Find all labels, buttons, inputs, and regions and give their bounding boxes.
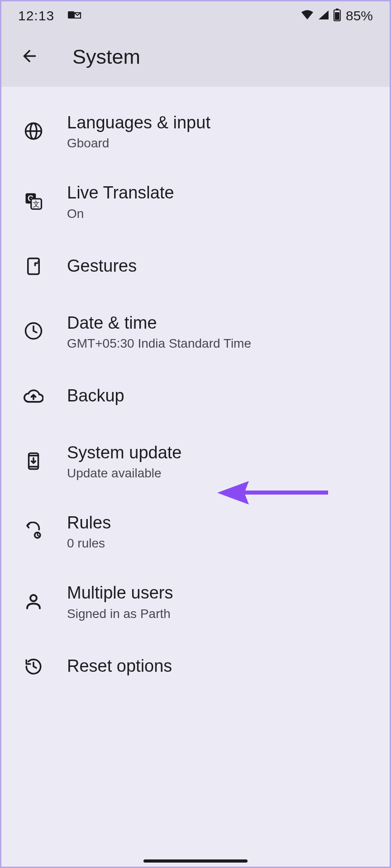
item-subtitle: GMT+05:30 India Standard Time [67,336,373,351]
battery-icon [333,9,341,23]
item-content: Live Translate On [67,181,373,221]
back-button[interactable] [18,46,41,68]
item-content: Date & time GMT+05:30 India Standard Tim… [67,311,373,351]
history-icon [23,656,44,677]
status-left: 12:13 [18,8,81,24]
svg-point-18 [30,595,37,601]
svg-text:文: 文 [33,200,40,208]
gestures-icon [23,255,44,277]
status-time: 12:13 [18,8,54,24]
item-title: Rules [67,511,373,534]
nav-indicator[interactable] [143,859,248,863]
item-content: Reset options [67,655,373,678]
item-content: System update Update available [67,441,373,481]
app-bar: System [0,32,391,87]
item-content: Backup [67,384,373,407]
item-content: Gestures [67,255,373,278]
rules-icon [23,520,44,542]
signal-icon [318,9,329,22]
outlook-icon [68,9,81,22]
arrow-back-icon [20,47,39,67]
status-right: 85% [300,8,373,24]
status-bar: 12:13 85% [0,0,391,32]
item-subtitle: Gboard [67,136,373,151]
item-content: Rules 0 rules [67,511,373,551]
item-subtitle: Signed in as Parth [67,607,373,621]
settings-item-gestures[interactable]: Gestures [0,236,391,296]
wifi-icon [300,9,314,22]
item-subtitle: Update available [67,466,373,481]
svg-rect-0 [68,11,74,19]
item-title: Reset options [67,655,373,678]
svg-point-12 [38,260,39,262]
globe-icon [23,120,44,142]
item-title: Multiple users [67,581,373,604]
settings-item-reset-options[interactable]: Reset options [0,637,391,696]
item-subtitle: 0 rules [67,536,373,551]
item-title: Backup [67,384,373,407]
settings-item-backup[interactable]: Backup [0,366,391,426]
item-title: System update [67,441,373,464]
page-title: System [72,45,140,69]
battery-percentage: 85% [346,8,373,24]
item-content: Languages & input Gboard [67,111,373,151]
item-subtitle: On [67,207,373,221]
system-update-icon [23,450,44,472]
settings-list: Languages & input Gboard G文 Live Transla… [0,87,391,696]
settings-item-multiple-users[interactable]: Multiple users Signed in as Parth [0,566,391,636]
person-icon [23,590,44,612]
cloud-upload-icon [23,385,44,407]
svg-rect-11 [28,258,39,274]
item-content: Multiple users Signed in as Parth [67,581,373,621]
item-title: Languages & input [67,111,373,134]
svg-rect-3 [335,12,339,20]
item-title: Live Translate [67,181,373,204]
translate-icon: G文 [23,190,44,212]
settings-item-languages[interactable]: Languages & input Gboard [0,96,391,166]
settings-item-date-time[interactable]: Date & time GMT+05:30 India Standard Tim… [0,296,391,366]
clock-icon [23,320,44,342]
settings-item-live-translate[interactable]: G文 Live Translate On [0,166,391,236]
settings-item-system-update[interactable]: System update Update available [0,426,391,496]
settings-item-rules[interactable]: Rules 0 rules [0,496,391,566]
item-title: Date & time [67,311,373,335]
item-title: Gestures [67,255,373,278]
